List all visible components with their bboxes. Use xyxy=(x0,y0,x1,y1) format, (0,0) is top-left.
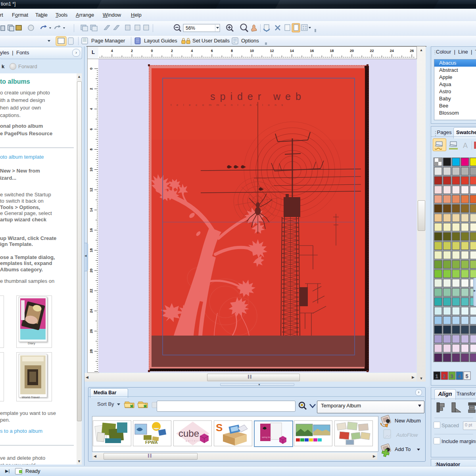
svg-text:gallery: gallery xyxy=(186,440,201,442)
svg-text:S: S xyxy=(216,422,223,434)
svg-text:16: 16 xyxy=(310,49,314,53)
svg-text:6: 6 xyxy=(89,128,93,130)
svg-text:14: 14 xyxy=(89,208,93,212)
svg-text:56%: 56% xyxy=(186,25,195,31)
svg-text:4: 4 xyxy=(191,49,193,53)
svg-text:28: 28 xyxy=(89,349,93,353)
svg-text:20: 20 xyxy=(89,269,93,273)
svg-text:1: 1 xyxy=(436,374,438,379)
svg-text:spider web: spider web xyxy=(210,91,306,102)
svg-text:12: 12 xyxy=(270,49,274,53)
svg-text:8: 8 xyxy=(89,148,93,150)
svg-text:24: 24 xyxy=(89,309,93,313)
svg-text:2: 2 xyxy=(443,374,446,379)
svg-text:0: 0 xyxy=(89,67,93,69)
svg-text:10: 10 xyxy=(89,167,93,171)
svg-text:26: 26 xyxy=(89,329,93,333)
svg-text:2: 2 xyxy=(89,88,93,90)
svg-text:AutoFlow: AutoFlow xyxy=(396,432,418,438)
svg-text:18: 18 xyxy=(330,49,334,53)
svg-text:0: 0 xyxy=(151,49,153,53)
svg-text:4: 4 xyxy=(89,108,93,110)
svg-text:18: 18 xyxy=(89,248,93,252)
svg-text:12: 12 xyxy=(89,188,93,192)
svg-text:cube: cube xyxy=(178,428,199,439)
svg-text:A: A xyxy=(463,142,468,150)
svg-text:14: 14 xyxy=(290,49,294,53)
svg-text:spring time: spring time xyxy=(262,436,272,438)
svg-text:6: 6 xyxy=(211,49,213,53)
svg-text:22: 22 xyxy=(89,289,93,293)
svg-text:24: 24 xyxy=(390,49,394,53)
svg-text:telecommunications: telecommunications xyxy=(171,103,288,107)
svg-text:8: 8 xyxy=(231,49,233,53)
svg-text:3: 3 xyxy=(451,374,453,379)
svg-text:26: 26 xyxy=(410,49,414,53)
svg-text:10: 10 xyxy=(250,49,254,53)
svg-text:20: 20 xyxy=(350,49,354,53)
svg-text:4: 4 xyxy=(111,49,113,53)
svg-text:2: 2 xyxy=(131,49,133,53)
svg-text:New Album: New Album xyxy=(395,418,421,424)
svg-text:Add To: Add To xyxy=(395,446,411,452)
svg-text:4: 4 xyxy=(458,374,461,379)
svg-text:22: 22 xyxy=(370,49,374,53)
svg-text:16: 16 xyxy=(89,228,93,232)
svg-text:2: 2 xyxy=(171,49,173,53)
svg-text:5: 5 xyxy=(466,374,468,379)
